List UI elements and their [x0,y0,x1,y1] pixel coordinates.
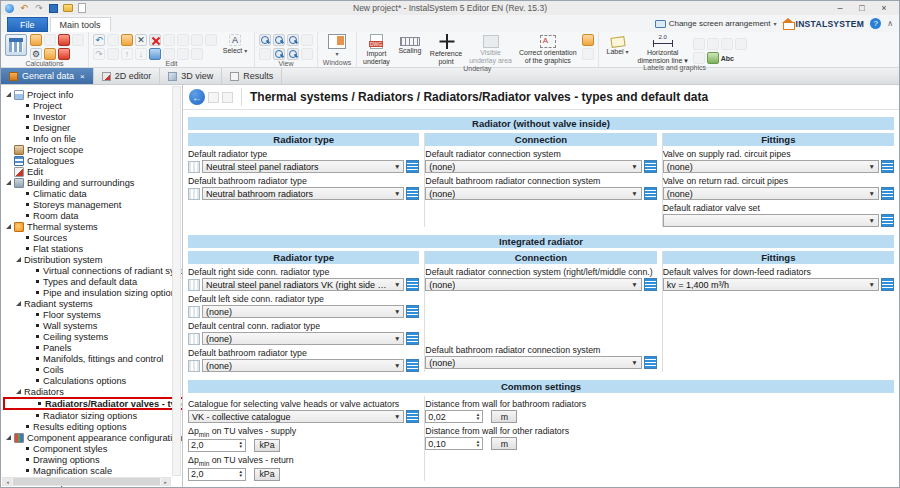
tree-item-thermal-systems[interactable]: Thermal systems [3,221,180,232]
scroll-left-icon[interactable]: ◂ [3,478,12,485]
undo-icon[interactable]: ↶ [19,3,29,13]
results-check-icon[interactable] [58,48,70,60]
open-folder-icon[interactable] [63,4,73,12]
highlighter-icon[interactable] [707,52,719,64]
tree-item-coils[interactable]: Coils [3,364,180,375]
catalogue-button[interactable] [881,214,894,227]
rlm-connection-system-select[interactable]: (none)▼ [425,278,641,291]
zoom-out-icon[interactable] [273,34,285,46]
label-button[interactable]: Label ▾ [603,34,633,57]
radiator-valve-set-select[interactable]: ▼ [663,214,879,227]
tree-item-project-scope[interactable]: Project scope [3,144,180,155]
correct-orientation-button[interactable]: Correct orientation of the graphics [517,34,579,64]
legend-icon[interactable] [707,38,719,50]
block-icon[interactable] [191,48,203,60]
catalogue-button[interactable] [406,187,419,200]
nav-option-button-1[interactable] [208,92,219,103]
zoom-window-icon[interactable] [287,34,299,46]
list-icon[interactable] [44,48,56,60]
tab-general-data[interactable]: General data × [1,68,94,84]
tree-item-project-info[interactable]: Project info [3,89,180,100]
distance-other-input[interactable]: 0,10▲▼ [425,437,483,450]
tree-item-virtual-connections[interactable]: Virtual connections of radiant systems [3,265,180,276]
arrow-up-icon[interactable]: ↑ [121,48,133,60]
change-screen-arrangement-button[interactable]: Change screen arrangement ▾ [655,19,777,28]
arrow-down-icon[interactable]: ↓ [135,48,147,60]
expander-icon[interactable] [16,257,21,262]
vertical-scrollbar[interactable] [172,86,181,476]
redo-icon[interactable]: ↷ [34,3,44,13]
catalogue-button[interactable] [644,278,657,291]
zoom-in-icon[interactable] [259,34,271,46]
redo-edit-icon[interactable]: ↷ [93,48,105,60]
tree-item-types-default-data[interactable]: Types and default data [3,276,180,287]
boiler-icon[interactable] [58,34,70,46]
calculator-icon[interactable] [5,34,27,56]
delete-icon[interactable] [149,34,161,46]
tab-2d-editor[interactable]: 2D editor [94,68,161,84]
spinner-arrows-icon[interactable]: ▲▼ [476,413,480,421]
close-tab-icon[interactable]: × [80,72,85,81]
default-bathroom-radiator-type-select[interactable]: Neutral bathroom radiators▼ [202,187,404,200]
unit-kpa-button[interactable]: kPa [254,468,280,481]
tree-item-component-styles[interactable]: Component styles [3,443,180,454]
expander-icon[interactable] [6,180,11,185]
tab-3d-view[interactable]: 3D view [160,68,222,84]
tree-item-component-appearance[interactable]: Component appearance configuration [3,432,180,443]
tree-item-calculations-options[interactable]: Calculations options [3,375,180,386]
catalogue-button[interactable] [406,160,419,173]
bathroom-radiator-type-select-2[interactable]: (none)▼ [202,359,404,372]
copy-icon[interactable] [107,34,119,46]
valve-return-select[interactable]: (none)▼ [663,187,879,200]
tree-item-ceiling-systems[interactable]: Ceiling systems [3,331,180,342]
frame-icon[interactable] [735,38,747,50]
tree-item-climatic-data[interactable]: Climatic data [3,188,180,199]
bathroom-connection-system-select[interactable]: (none)▼ [425,187,641,200]
bathroom-connection-system-select-2[interactable]: (none)▼ [425,356,641,369]
format-painter-icon[interactable] [205,34,217,46]
dp-supply-input[interactable]: 2,0▲▼ [188,439,246,452]
catalogue-button[interactable] [406,359,419,372]
tree-item-storeys[interactable]: Storeys management [3,199,180,210]
unit-m-button[interactable]: m [491,410,517,423]
underlay-lock-icon[interactable] [582,48,594,60]
tree-item-radiators-valves-types[interactable]: Radiators/Radiator valves - types and de… [3,397,183,410]
paste-icon[interactable] [121,34,133,46]
droplet-icon[interactable] [72,34,84,46]
radiator-connection-system-select[interactable]: (none)▼ [425,160,641,173]
horizontal-dimension-button[interactable]: 2.0 Horizontal dimension line ▾ [636,34,690,64]
cooling-icon[interactable] [44,34,56,46]
tree-item-project[interactable]: Project [3,100,180,111]
tree-item-building[interactable]: Building and surroundings [3,177,180,188]
tree-item-radiant-systems[interactable]: Radiant systems [3,298,180,309]
tree-item-info-on-file[interactable]: Info on file [3,133,180,144]
left-side-conn-radiator-select[interactable]: (none)▼ [202,305,404,318]
reference-point-button[interactable]: Reference point [428,34,464,65]
catalogue-button[interactable] [881,278,894,291]
tree-item-results-editing-options[interactable]: Results editing options [3,421,180,432]
split-view-icon[interactable] [301,48,313,60]
tree-item-radiators[interactable]: Radiators [3,386,180,397]
new-file-icon[interactable] [78,3,86,13]
tree-item-wall-systems[interactable]: Wall systems [3,320,180,331]
zoom-extents-icon[interactable] [273,48,285,60]
help-button[interactable]: ? [870,18,881,29]
catalogue-button[interactable] [406,278,419,291]
dp-return-input[interactable]: 2,0▲▼ [188,468,246,481]
right-side-conn-radiator-select[interactable]: Neutral steel panel radiators VK (right … [202,278,404,291]
visible-underlay-area-button[interactable]: Visible underlay area [467,34,514,64]
windows-layout-button[interactable]: ▾ [322,34,352,59]
catalogue-button[interactable] [881,187,894,200]
valve-heads-catalogue-select[interactable]: VK - collective catalogue▼ [188,410,404,423]
move-icon[interactable] [163,34,175,46]
catalogue-button[interactable] [406,410,419,423]
catalogue-button[interactable] [644,356,657,369]
gears-icon[interactable]: ⚙ [30,48,42,60]
catalogue-button[interactable] [406,332,419,345]
distance-bathroom-input[interactable]: 0,02▲▼ [425,410,483,423]
select-button[interactable]: A Select ▾ [220,34,250,56]
tree-item-sources[interactable]: Sources [3,232,180,243]
catalogue-button[interactable] [881,160,894,173]
tree-item-radiator-sizing-options[interactable]: Radiator sizing options [3,410,180,421]
grid-view-icon[interactable] [301,34,313,46]
